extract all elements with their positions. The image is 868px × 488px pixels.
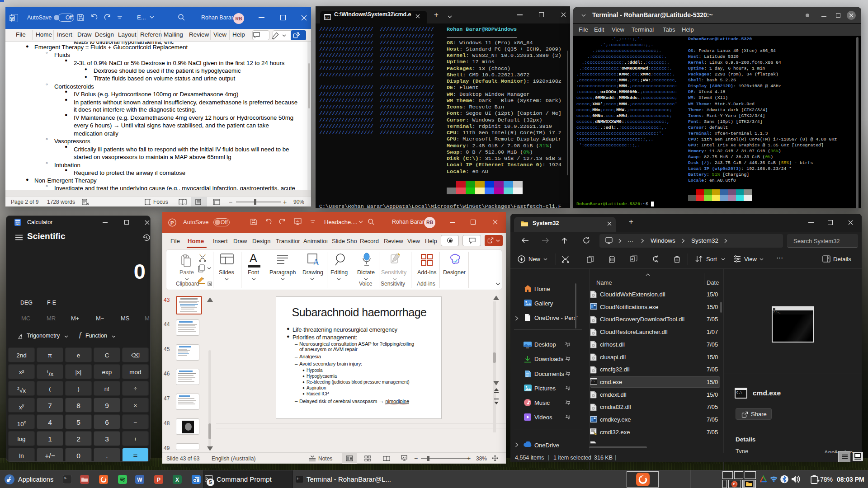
svg-text:A: A: [631, 258, 633, 261]
svg-text:P: P: [733, 483, 736, 486]
svg-text:C:\: C:\: [736, 391, 742, 394]
svg-text:P: P: [170, 220, 174, 225]
svg-text:W: W: [10, 16, 14, 21]
svg-text:X: X: [175, 477, 179, 483]
svg-text:C:\: C:\: [325, 16, 330, 19]
svg-text:C:\: C:\: [591, 380, 595, 383]
svg-text:$-: $-: [64, 477, 67, 480]
svg-text:W: W: [137, 477, 142, 483]
svg-text:P: P: [157, 477, 160, 483]
svg-text:$-: $-: [297, 477, 300, 480]
svg-text:A: A: [313, 257, 320, 266]
